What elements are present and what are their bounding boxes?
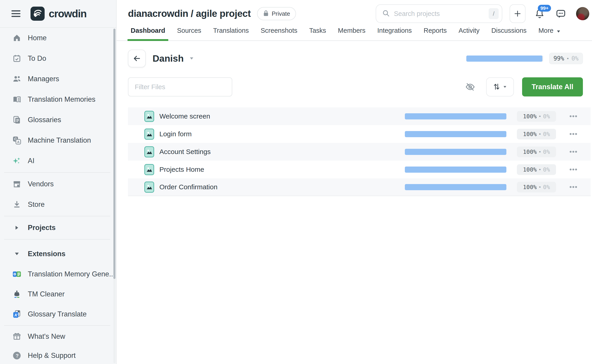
sidebar-item-home[interactable]: Home <box>0 28 116 48</box>
file-options-ellipsis-icon[interactable] <box>556 150 591 153</box>
crowdin-logo[interactable]: crowdin <box>31 6 86 21</box>
file-name[interactable]: Projects Home <box>160 166 204 173</box>
sidebar-item-store[interactable]: Store <box>0 194 116 215</box>
image-file-icon <box>144 129 154 140</box>
file-options-ellipsis-icon[interactable] <box>556 133 591 135</box>
sidebar-nav: Home To Do Managers Translation Memories <box>0 28 116 364</box>
back-button[interactable] <box>128 50 146 67</box>
file-toolbar: Translate All <box>128 77 583 97</box>
tab-sources[interactable]: Sources <box>174 27 204 40</box>
sidebar-scrollbar-thumb[interactable] <box>113 29 115 279</box>
tab-more[interactable]: More <box>535 27 564 40</box>
sidebar-scrollbar[interactable] <box>113 29 115 363</box>
hamburger-menu-icon[interactable] <box>11 10 21 18</box>
hide-completed-eye-off-icon[interactable] <box>465 82 475 92</box>
project-tabs: Dashboard Sources Translations Screensho… <box>117 27 592 41</box>
chevron-down-icon <box>11 252 22 255</box>
file-name[interactable]: Welcome screen <box>160 112 210 120</box>
sidebar-item-tm-cleaner[interactable]: TM Cleaner <box>0 284 116 304</box>
tab-discussions[interactable]: Discussions <box>488 27 530 40</box>
sidebar-item-glossaries[interactable]: Glossaries <box>0 110 116 130</box>
messages-icon[interactable] <box>556 8 566 19</box>
question-circle-icon: ? <box>11 351 22 360</box>
page-title: dianacrowdin / agile project <box>128 8 251 19</box>
translate-all-button[interactable]: Translate All <box>522 77 583 97</box>
file-row-login-form[interactable]: Login form 100%•0% <box>128 125 591 143</box>
sidebar-item-ai[interactable]: AI <box>0 151 116 171</box>
glossaries-icon <box>11 115 22 124</box>
user-avatar[interactable] <box>576 7 589 20</box>
main-content: dianacrowdin / agile project Private / <box>117 0 592 364</box>
file-name[interactable]: Account Settings <box>160 148 211 156</box>
slash-shortcut-key: / <box>489 8 499 19</box>
tab-tasks[interactable]: Tasks <box>306 27 329 40</box>
file-progress-badge: 100%•0% <box>517 147 556 157</box>
sort-button[interactable] <box>486 77 514 97</box>
file-progress-badge: 100%•0% <box>517 111 556 122</box>
tab-reports[interactable]: Reports <box>420 27 450 40</box>
file-name[interactable]: Order Confirmation <box>160 183 217 191</box>
gift-icon <box>11 332 22 341</box>
sidebar-item-help-support[interactable]: ? Help & Support <box>0 346 116 364</box>
tm-cleaner-brush-icon <box>11 290 22 299</box>
create-project-button[interactable] <box>510 4 525 23</box>
file-row-account-settings[interactable]: Account Settings 100%•0% <box>128 143 591 161</box>
sidebar-item-glossary-translate[interactable]: A Glossary Translate <box>0 304 116 324</box>
filter-files-input[interactable] <box>128 77 232 97</box>
sidebar-item-managers[interactable]: Managers <box>0 69 116 89</box>
sidebar-divider <box>4 239 110 240</box>
tab-integrations[interactable]: Integrations <box>374 27 415 40</box>
svg-text:?: ? <box>16 353 19 358</box>
sort-arrows-icon <box>493 83 500 91</box>
sidebar-item-whats-new[interactable]: What's New <box>0 327 116 346</box>
sidebar-item-projects[interactable]: Projects <box>0 217 116 238</box>
lock-icon <box>263 10 269 18</box>
sidebar-item-extensions[interactable]: Extensions <box>0 244 116 264</box>
tm-generator-icon <box>11 270 22 279</box>
file-list: Welcome screen 100%•0% Login form 100%•0… <box>128 107 591 196</box>
language-dropdown-caret-icon[interactable] <box>190 57 193 60</box>
file-progress-badge: 100%•0% <box>517 182 556 192</box>
tab-screenshots[interactable]: Screenshots <box>258 27 300 40</box>
search-input[interactable] <box>394 10 485 18</box>
language-progress-bar <box>466 56 543 62</box>
glossary-translate-icon: A <box>11 310 22 319</box>
file-progress-bar <box>405 149 506 155</box>
file-options-ellipsis-icon[interactable] <box>556 115 591 118</box>
vendors-storefront-icon <box>11 180 22 188</box>
private-badge[interactable]: Private <box>257 7 296 20</box>
sidebar-divider <box>4 325 110 326</box>
file-row-projects-home[interactable]: Projects Home 100%•0% <box>128 161 591 178</box>
tab-members[interactable]: Members <box>335 27 369 40</box>
tab-translations[interactable]: Translations <box>210 27 252 40</box>
tab-dashboard[interactable]: Dashboard <box>127 27 168 40</box>
chevron-right-icon <box>11 225 22 230</box>
sidebar-item-machine-translation[interactable]: GA Machine Translation <box>0 130 116 151</box>
sidebar-item-tm-generator[interactable]: Translation Memory Gene... <box>0 264 116 284</box>
search-box: / <box>376 4 502 23</box>
image-file-icon <box>144 164 154 175</box>
sidebar-item-todo[interactable]: To Do <box>0 48 116 69</box>
sidebar-header: crowdin <box>0 0 116 28</box>
crowdin-logo-icon <box>31 6 45 21</box>
sidebar-item-vendors[interactable]: Vendors <box>0 174 116 194</box>
file-row-order-confirmation[interactable]: Order Confirmation 100%•0% <box>128 178 591 196</box>
sidebar-item-translation-memories[interactable]: Translation Memories <box>0 89 116 110</box>
language-progress-fill <box>466 56 543 62</box>
file-progress-badge: 100%•0% <box>517 129 556 139</box>
image-file-icon <box>144 111 154 122</box>
ai-sparkles-icon <box>11 156 22 165</box>
search-icon <box>382 9 390 18</box>
crowdin-wordmark: crowdin <box>49 7 86 20</box>
file-name[interactable]: Login form <box>160 130 192 138</box>
file-progress-bar <box>405 184 506 190</box>
home-icon <box>11 33 22 43</box>
notification-count-badge: 99+ <box>538 5 551 12</box>
file-options-ellipsis-icon[interactable] <box>556 186 591 188</box>
file-options-ellipsis-icon[interactable] <box>556 168 591 171</box>
file-row-welcome-screen[interactable]: Welcome screen 100%•0% <box>128 107 591 125</box>
language-progress-badge: 99% • 0% <box>549 53 583 64</box>
svg-text:A: A <box>17 140 20 144</box>
notifications-bell-icon[interactable]: 99+ <box>535 8 545 19</box>
tab-activity[interactable]: Activity <box>455 27 483 40</box>
